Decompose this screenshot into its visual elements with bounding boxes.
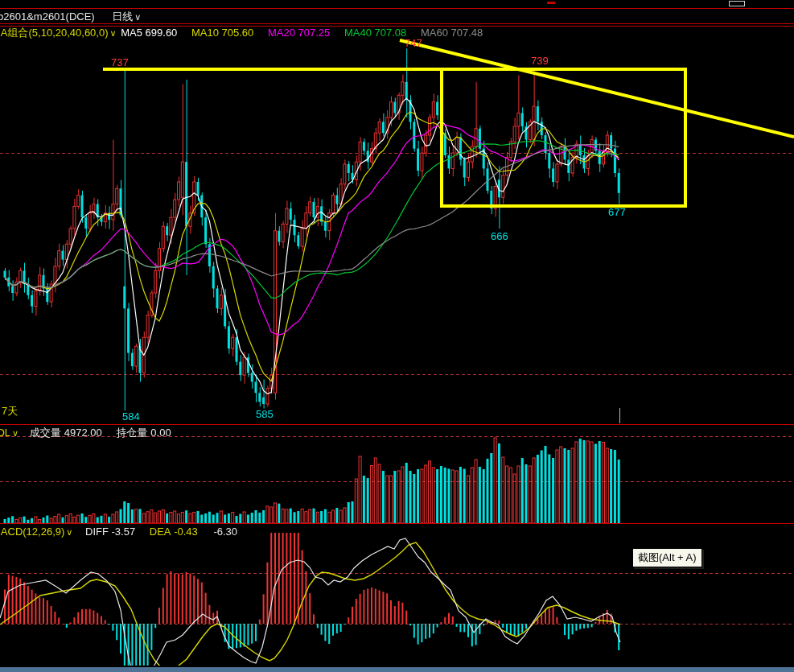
price-label-747: 747	[405, 37, 422, 49]
open-interest-value: 0.00	[150, 427, 171, 439]
price-label-737: 737	[111, 56, 129, 68]
trading-app-window: b2601&m2601(DCE) 日线∨ MA组合(5,10,20,40,60,…	[0, 0, 794, 672]
titlebar-white-mark	[729, 1, 745, 6]
bottom-window-strip	[0, 667, 794, 672]
screenshot-tooltip[interactable]: 截图(Alt + A)	[632, 548, 702, 567]
price-label-666: 666	[491, 230, 508, 242]
dea-value: DEA -0.43	[150, 526, 198, 538]
price-label-584: 584	[122, 410, 140, 423]
contract-symbol: b2601&m2601(DCE)	[0, 10, 95, 23]
price-label-677: 677	[608, 206, 626, 218]
separator-macd-panel	[0, 523, 794, 524]
period-selector[interactable]: 日线∨	[112, 10, 142, 23]
price-label-585: 585	[256, 408, 274, 420]
open-interest-label: 持仓量	[116, 427, 147, 439]
volume-indicator-selector[interactable]: VOL∨	[0, 427, 20, 439]
ma20-value: MA20 707.25	[268, 27, 330, 39]
ma40-value: MA40 707.08	[344, 27, 406, 39]
ma5-value: MA5 699.60	[121, 27, 177, 39]
diff-value: DIFF -3.57	[85, 526, 135, 538]
chevron-down-icon: ∨	[10, 428, 20, 438]
ma-indicator-selector[interactable]: MA组合(5,10,20,40,60,0)∨	[0, 27, 118, 39]
titlebar-red-mark	[547, 2, 555, 4]
volume-value: 4972.00	[64, 427, 102, 439]
days-count-label: 7天	[2, 404, 18, 418]
ma-legend-row: MA组合(5,10,20,40,60,0)∨ MA5 699.60 MA10 7…	[0, 26, 794, 40]
chevron-down-icon: ∨	[109, 28, 118, 38]
current-bar-tick	[619, 408, 620, 423]
title-row: b2601&m2601(DCE) 日线∨	[0, 10, 794, 24]
volume-header-row: VOL∨ 成交量4972.00 持仓量0.00	[0, 426, 794, 440]
chart-canvas	[0, 0, 794, 672]
ma60-value: MA60 707.48	[421, 27, 483, 39]
macd-indicator-selector[interactable]: MACD(12,26,9)∨	[0, 526, 74, 538]
period-label[interactable]: 日线	[112, 10, 133, 23]
chevron-down-icon: ∨	[64, 527, 74, 537]
volume-label: 成交量	[30, 427, 61, 439]
separator-top	[0, 8, 794, 9]
price-label-739: 739	[531, 55, 549, 67]
macd-header-row: MACD(12,26,9)∨ DIFF -3.57 DEA -0.43 -6.3…	[0, 526, 794, 538]
separator-volume-panel	[0, 424, 794, 425]
ma10-value: MA10 705.60	[191, 27, 253, 39]
macd-value: -6.30	[213, 526, 237, 538]
chevron-down-icon[interactable]: ∨	[133, 12, 142, 22]
